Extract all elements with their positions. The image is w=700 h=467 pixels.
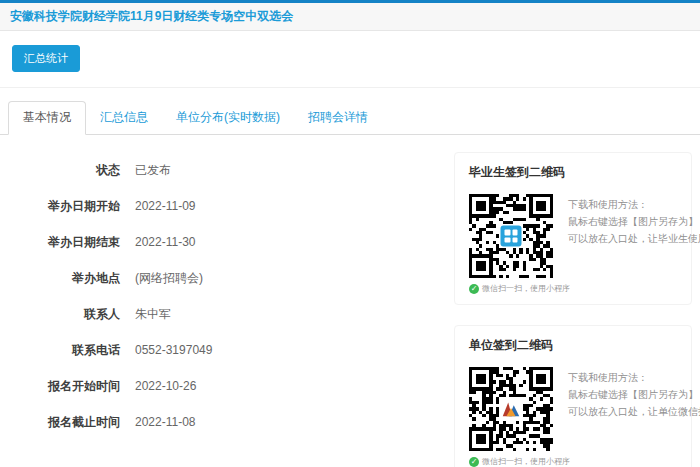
- qr-code-column: 毕业生签到二维码 ✓ 微信扫一扫，使用小程序 下载和使用方法： 鼠标右键选: [454, 152, 692, 467]
- qr-caption-text: 微信扫一扫，使用小程序: [482, 283, 570, 294]
- field-label: 联系电话: [0, 342, 120, 359]
- form-row-contact-phone: 联系电话 0552-3197049: [0, 332, 392, 368]
- field-value: 2022-10-26: [135, 379, 196, 393]
- check-icon: ✓: [469, 457, 479, 467]
- qr-instructions: 下载和使用方法： 鼠标右键选择【图片另存为】 可以放在入口处，让单位微信扫码: [568, 367, 700, 467]
- page-title: 安徽科技学院财经学院11月9日财经类专场空中双选会: [10, 8, 293, 25]
- tab-fair-details[interactable]: 招聘会详情: [294, 102, 382, 134]
- qr-row: ✓ 微信扫一扫，使用小程序 下载和使用方法： 鼠标右键选择【图片另存为】 可以放…: [469, 194, 677, 294]
- field-value: 2022-11-09: [135, 199, 196, 213]
- graduate-qr-code-image: [469, 194, 553, 278]
- check-icon: ✓: [469, 284, 479, 294]
- main-content: 状态 已发布 举办日期开始 2022-11-09 举办日期结束 2022-11-…: [0, 135, 700, 467]
- toolbar: 汇总统计: [0, 31, 700, 88]
- unit-qr-code-image: [469, 367, 553, 451]
- field-label: 举办日期结束: [0, 234, 120, 251]
- qr-instructions: 下载和使用方法： 鼠标右键选择【图片另存为】 可以放在入口处，让毕业生使用微信扫…: [568, 194, 700, 294]
- field-label: 举办日期开始: [0, 198, 120, 215]
- form-row-contact-person: 联系人 朱中军: [0, 296, 392, 332]
- qr-card-title: 单位签到二维码: [469, 337, 677, 354]
- page-header: 安徽科技学院财经学院11月9日财经类专场空中双选会: [0, 3, 700, 31]
- unit-signin-qr-card: 单位签到二维码 ✓ 微信扫一扫，使用小程: [454, 325, 692, 467]
- field-value: 朱中军: [135, 306, 171, 323]
- tab-bar: 基本情况 汇总信息 单位分布(实时数据) 招聘会详情: [0, 101, 700, 135]
- form-row-location: 举办地点 (网络招聘会): [0, 260, 392, 296]
- instruction-line: 可以放在入口处，让单位微信扫码: [568, 403, 700, 420]
- qr-caption-text: 微信扫一扫，使用小程序: [482, 456, 570, 467]
- instruction-line: 下载和使用方法：: [568, 196, 700, 213]
- field-label: 联系人: [0, 306, 120, 323]
- form-row-end-date: 举办日期结束 2022-11-30: [0, 224, 392, 260]
- form-row-signup-start: 报名开始时间 2022-10-26: [0, 368, 392, 404]
- summary-statistics-button[interactable]: 汇总统计: [12, 45, 80, 72]
- tab-basic-info[interactable]: 基本情况: [8, 101, 86, 135]
- field-value: 已发布: [135, 162, 171, 179]
- instruction-line: 可以放在入口处，让毕业生使用微信扫码: [568, 230, 700, 247]
- field-label: 状态: [0, 162, 120, 179]
- tab-unit-distribution[interactable]: 单位分布(实时数据): [162, 102, 294, 134]
- instruction-line: 下载和使用方法：: [568, 369, 700, 386]
- form-row-status: 状态 已发布: [0, 152, 392, 188]
- field-value: 2022-11-08: [135, 415, 196, 429]
- field-value: 2022-11-30: [135, 235, 196, 249]
- instruction-line: 鼠标右键选择【图片另存为】: [568, 213, 700, 230]
- qr-block: ✓ 微信扫一扫，使用小程序: [469, 367, 555, 467]
- form-row-start-date: 举办日期开始 2022-11-09: [0, 188, 392, 224]
- qr-block: ✓ 微信扫一扫，使用小程序: [469, 194, 555, 294]
- field-label: 报名截止时间: [0, 414, 120, 431]
- field-value: 0552-3197049: [135, 343, 212, 357]
- qr-row: ✓ 微信扫一扫，使用小程序 下载和使用方法： 鼠标右键选择【图片另存为】 可以放…: [469, 367, 677, 467]
- school-emblem-icon: [499, 397, 523, 421]
- qr-caption: ✓ 微信扫一扫，使用小程序: [469, 456, 555, 467]
- graduate-signin-qr-card: 毕业生签到二维码 ✓ 微信扫一扫，使用小程序 下载和使用方法： 鼠标右键选: [454, 152, 692, 305]
- instruction-line: 鼠标右键选择【图片另存为】: [568, 386, 700, 403]
- field-value: (网络招聘会): [135, 270, 203, 287]
- field-label: 举办地点: [0, 270, 120, 287]
- form-row-signup-deadline: 报名截止时间 2022-11-08: [0, 404, 392, 440]
- field-label: 报名开始时间: [0, 378, 120, 395]
- qr-caption: ✓ 微信扫一扫，使用小程序: [469, 283, 555, 294]
- basic-info-form: 状态 已发布 举办日期开始 2022-11-09 举办日期结束 2022-11-…: [0, 152, 392, 467]
- qr-card-title: 毕业生签到二维码: [469, 164, 677, 181]
- tab-summary-info[interactable]: 汇总信息: [86, 102, 162, 134]
- mini-program-window-icon: [501, 226, 522, 247]
